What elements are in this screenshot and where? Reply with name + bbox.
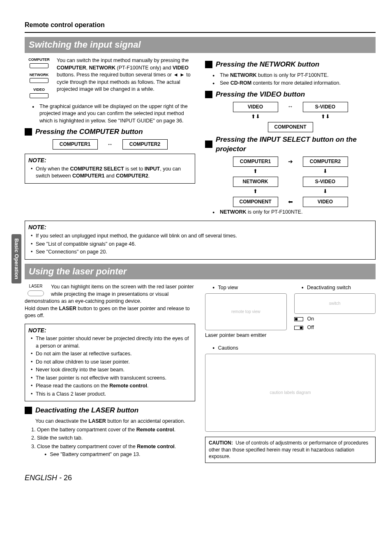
laser-icon: LASER xyxy=(25,283,47,297)
deact-steps: Open the battery compartment cover of th… xyxy=(25,426,195,458)
flow-video-r1: VIDEO ↔ S-VIDEO xyxy=(205,102,376,112)
sub-h-text: Deactivating the LASER button xyxy=(35,405,138,415)
network-bullet: See CD-ROM contents for more detailed in… xyxy=(220,80,376,87)
step-item: Slide the switch tab. xyxy=(37,435,195,442)
flow-box: VIDEO xyxy=(303,197,348,207)
note-item: Do not aim the laser at reflective surfa… xyxy=(36,350,191,358)
cautions-label: Cautions xyxy=(218,345,238,352)
sub-h-computer: Pressing the COMPUTER button xyxy=(25,127,195,137)
step-sub: See "Battery compartment" on page 13. xyxy=(50,451,140,458)
caution-box: CAUTION: Use of controls of adjustments … xyxy=(205,437,376,463)
remote-button-icon xyxy=(30,93,48,98)
footer-sep: - xyxy=(57,474,64,482)
switch-off: Off xyxy=(294,324,376,332)
deact-switch-diagram: switch xyxy=(294,293,376,314)
arrow-icon: ⬆ xyxy=(233,168,278,175)
note-item: Never look directly into the laser beam. xyxy=(36,366,191,374)
flow-computer: COMPUTER1 ↔ COMPUTER2 xyxy=(25,139,195,150)
sel-bullet: NETWORK is only for PT-F100NTE. xyxy=(220,209,376,216)
block-icon xyxy=(205,140,212,148)
note-box-computer: NOTE: Only when the COMPUTER2 SELECT is … xyxy=(25,154,195,184)
laser-left-col: LASER You can highlight items on the scr… xyxy=(25,283,195,463)
sub-h-text: Pressing the NETWORK button xyxy=(216,60,319,69)
note-item: See "List of compatible signals" on page… xyxy=(36,241,372,248)
note-box-laser: NOTE: The laser pointer should never be … xyxy=(25,324,195,402)
sub-h-video: Pressing the VIDEO button xyxy=(205,90,376,99)
footer-lang: ENGLISH xyxy=(25,474,57,482)
flow-box: S-VIDEO xyxy=(303,102,348,112)
laser-intro2: Hold down the LASER button to goes on th… xyxy=(25,305,195,320)
section-heading: Remote control operation xyxy=(25,21,376,30)
flow-box: COMPONENT xyxy=(268,122,313,132)
arrow-icon: ⬆ xyxy=(233,188,278,195)
flow-box: COMPUTER2 xyxy=(122,139,168,150)
note-box-switching: NOTE: If you select an unplugged input m… xyxy=(25,221,376,259)
flow-sel-a1: ⬆ ⬇ xyxy=(205,168,376,175)
switch-on: On xyxy=(294,315,376,323)
switching-bullet: The graphical guidance will be displayed… xyxy=(39,103,195,125)
note-title: NOTE: xyxy=(28,157,191,165)
arrow-icon: ⬆⬇ xyxy=(303,113,348,120)
sub-h-network: Pressing the NETWORK button xyxy=(205,60,376,69)
sub-h-input-select: Pressing the INPUT SELECT button on the … xyxy=(205,135,376,154)
bar-switching-input: Switching the input signal xyxy=(25,37,376,53)
remote-label-network: NETWORK xyxy=(25,72,53,78)
flow-sel-r2: NETWORK S-VIDEO xyxy=(205,177,376,187)
arrow-icon: ⬆⬇ xyxy=(233,113,278,120)
sub-h-deactivate: Deactivating the LASER button xyxy=(25,405,195,415)
flow-box: COMPUTER1 xyxy=(53,139,98,150)
laser-intro: You can highlight items on the screen wi… xyxy=(25,283,195,305)
flow-video-up: ⬆⬇ ⬆⬇ xyxy=(205,114,376,120)
arrow-icon: ⬇ xyxy=(303,168,348,175)
flow-box: COMPUTER1 xyxy=(233,157,278,167)
flow-sel-a2: ⬆ ⬇ xyxy=(205,189,376,195)
flow-box: COMPONENT xyxy=(233,197,278,207)
flow-box: S-VIDEO xyxy=(303,177,348,187)
laser-button-icon xyxy=(28,290,44,296)
remote-button-icon xyxy=(30,78,48,83)
arrow-icon: ➔ xyxy=(284,158,297,166)
deact-intro: You can deactivate the LASER button for … xyxy=(25,418,195,425)
note-item: This is a Class 2 laser product. xyxy=(36,391,191,398)
side-tab: Basic Operation xyxy=(12,234,21,283)
flow-box: VIDEO xyxy=(233,102,278,112)
emitter-label: Laser pointer beam emitter xyxy=(205,332,287,339)
note-item: Please read the cautions on the Remote c… xyxy=(36,382,191,390)
remote-label-video: VIDEO xyxy=(25,87,53,92)
bullet-icon: ● xyxy=(302,285,304,290)
page-footer: ENGLISH - 26 xyxy=(25,473,376,483)
step-item: Close the battery compartment cover of t… xyxy=(37,443,195,458)
block-icon xyxy=(25,128,32,136)
sub-h-text: Pressing the INPUT SELECT button on the … xyxy=(216,135,376,154)
remote-button-icon xyxy=(30,63,48,68)
note-item: If you select an unplugged input method,… xyxy=(36,233,372,240)
sub-h-text: Pressing the COMPUTER button xyxy=(35,127,143,137)
bar-laser-pointer: Using the laser pointer xyxy=(25,264,376,280)
block-icon xyxy=(205,61,212,68)
flow-box: COMPUTER2 xyxy=(303,157,348,167)
flow-sel-r1: COMPUTER1 ➔ COMPUTER2 xyxy=(205,157,376,167)
flow-sel-r3: COMPONENT ⬅ VIDEO xyxy=(205,197,376,207)
note-item: Only when the COMPUTER2 SELECT is set to… xyxy=(36,166,191,180)
note-item: See "Connections" on page 20. xyxy=(36,249,372,256)
deact-switch-label: Deactivating switch xyxy=(307,284,351,292)
switch-icon xyxy=(294,317,303,321)
sub-h-text: Pressing the VIDEO button xyxy=(216,90,305,99)
remote-label-computer: COMPUTER xyxy=(25,57,53,62)
block-icon xyxy=(25,407,32,414)
switching-left-col: COMPUTER NETWORK VIDEO You can switch th… xyxy=(25,57,195,216)
top-view-label: Top view xyxy=(218,284,238,292)
flow-video-r2: COMPONENT xyxy=(205,122,376,132)
bullet-icon: ● xyxy=(44,452,46,457)
step-item: Open the battery compartment cover of th… xyxy=(37,426,195,434)
arrow-icon: ⬇ xyxy=(303,188,348,195)
section-rule xyxy=(25,32,376,33)
bullet-icon: ● xyxy=(212,345,214,351)
network-bullet: The NETWORK button is only for PT-F100NT… xyxy=(220,72,376,79)
laser-icon-label: LASER xyxy=(25,283,47,289)
cautions-diagram: caution labels diagram xyxy=(205,354,376,432)
off-label: Off xyxy=(307,324,314,332)
footer-page: 26 xyxy=(64,474,72,482)
arrow-icon: ↔ xyxy=(104,140,117,149)
block-icon xyxy=(205,91,212,98)
